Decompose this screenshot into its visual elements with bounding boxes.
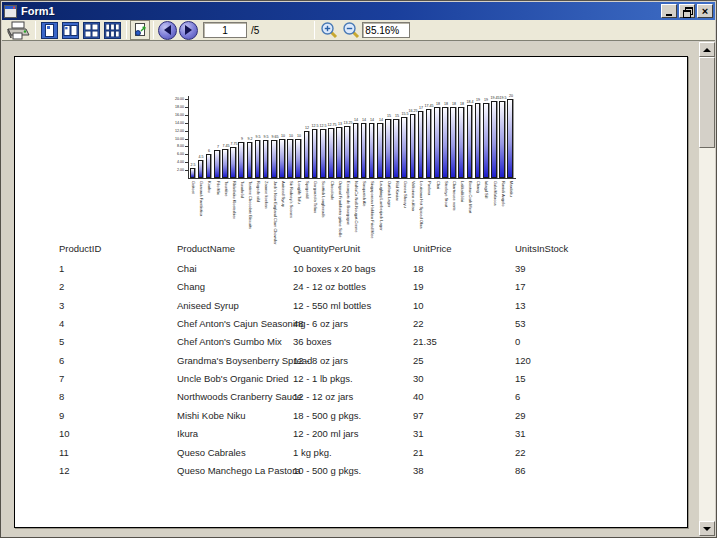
x-category-label: NuNuCa Nuß-Nougat-Creme — [354, 181, 358, 233]
restore-button[interactable] — [679, 4, 695, 18]
table-cell: 22 — [515, 447, 526, 458]
scroll-down-button[interactable] — [699, 521, 715, 536]
one-page-view-button[interactable] — [39, 20, 60, 40]
table-cell: 9 — [59, 410, 64, 421]
y-tick-label: 18.00 — [168, 104, 184, 108]
bar-value-label: 13 — [334, 122, 345, 126]
bar-value-label: 10 — [277, 133, 288, 137]
y-tick-mark — [185, 162, 188, 163]
bar-value-label: 19.5 — [497, 96, 508, 100]
chart-bar — [263, 140, 269, 178]
table-cell: 6 — [515, 391, 520, 402]
print-preview-area[interactable]: 2.004.006.008.0010.0012.0014.0016.0018.0… — [2, 42, 715, 536]
bar-value-label: 14 — [375, 118, 386, 122]
page-number-input[interactable] — [203, 22, 247, 38]
table-cell: 10 - 500 g pkgs. — [293, 465, 361, 476]
table-cell: 21.35 — [413, 336, 437, 347]
four-page-view-button[interactable] — [81, 20, 102, 40]
x-category-label: Pavlova — [427, 181, 431, 195]
next-page-button[interactable] — [179, 21, 198, 40]
table-cell: Ikura — [177, 428, 198, 439]
zoom-out-icon — [342, 21, 360, 39]
table-cell: 5 — [59, 336, 64, 347]
x-category-label: Maxilaku — [509, 181, 513, 197]
table-cell: 4 — [59, 318, 64, 329]
two-page-view-button[interactable] — [60, 20, 81, 40]
page-setup-button[interactable] — [130, 20, 150, 40]
y-tick-label: 4.00 — [168, 160, 184, 164]
previous-page-button[interactable] — [158, 21, 177, 40]
x-category-label: Gorgonzola Telino — [313, 181, 317, 213]
table-cell: 7 — [59, 373, 64, 384]
print-button[interactable] — [4, 20, 32, 40]
vertical-scrollbar[interactable] — [699, 42, 715, 536]
table-cell: 10 — [59, 428, 70, 439]
chart-bar — [304, 131, 310, 178]
bar-value-label: 14 — [351, 118, 362, 122]
scrollbar-thumb[interactable] — [699, 57, 715, 148]
app-window: Form1 × — [0, 0, 717, 538]
x-category-label: Sir Rodney's Scones — [289, 181, 293, 218]
zoom-in-button[interactable] — [318, 20, 340, 40]
table-cell: Uncle Bob's Organic Dried — [177, 373, 289, 384]
table-cell: 1 kg pkg. — [293, 447, 332, 458]
chart-bar — [450, 107, 456, 178]
bar-value-label: 17.45 — [424, 104, 435, 108]
bar-value-label: 13.25 — [343, 121, 354, 125]
chart-bar — [401, 117, 407, 178]
x-category-label: Scottish Longbreads — [321, 181, 325, 217]
close-button[interactable]: × — [697, 4, 713, 18]
chart-bar — [238, 142, 244, 178]
x-category-label: Konbu — [207, 181, 211, 193]
table-cell: 12 — [59, 465, 70, 476]
y-tick-mark — [185, 170, 188, 171]
chart-bar — [222, 149, 228, 178]
x-category-label: Rogede sild — [256, 181, 260, 202]
chart-bar — [377, 123, 383, 178]
table-cell: 39 — [515, 263, 526, 274]
x-category-label: Outback Lager — [387, 181, 391, 207]
table-cell: 21 — [413, 447, 424, 458]
x-category-label: Lakkalikööri — [460, 181, 464, 202]
title-bar[interactable]: Form1 × — [2, 2, 715, 20]
bar-value-label: 12.5 — [310, 124, 321, 128]
y-tick-label: 8.00 — [168, 144, 184, 148]
table-cell: 1 — [59, 263, 64, 274]
bar-value-label: 18 — [440, 102, 451, 106]
bar-value-label: 17 — [416, 106, 427, 110]
x-category-label: Sasquatch Ale — [362, 181, 366, 207]
bar-value-label: 2.5 — [188, 163, 199, 167]
bar-value-label: 10 — [285, 133, 296, 137]
y-tick-label: 14.00 — [168, 120, 184, 124]
table-cell: 12 - 12 oz jars — [293, 391, 353, 402]
chart-bar — [499, 101, 505, 178]
chart-bar — [287, 139, 293, 179]
scroll-up-button[interactable] — [699, 42, 715, 57]
table-cell: 10 boxes x 20 bags — [293, 263, 375, 274]
x-category-label: Filo Mix — [216, 181, 220, 195]
bar-value-label: 7.75 — [228, 142, 239, 146]
chart-bar — [442, 107, 448, 178]
x-category-label: Longlife Tofu — [297, 181, 301, 204]
zoom-input[interactable] — [362, 22, 410, 38]
chart-bar — [206, 154, 212, 178]
six-page-view-button[interactable] — [102, 20, 123, 40]
bar-value-label: 19.45 — [489, 96, 500, 100]
x-category-label: Singaporean Hokkien Fried Mee — [370, 181, 374, 238]
x-category-label: Inlagd Sill — [484, 181, 488, 198]
y-tick-label: 6.00 — [168, 152, 184, 156]
table-cell: 13 — [515, 300, 526, 311]
minimize-button[interactable] — [661, 4, 677, 18]
next-page-icon — [185, 25, 192, 35]
bar-value-label: 9.5 — [253, 135, 264, 139]
zoom-out-button[interactable] — [340, 20, 362, 40]
table-cell: 11 — [59, 447, 69, 458]
six-page-view-icon — [104, 22, 121, 39]
table-header-cell: QuantityPerUnit — [293, 243, 360, 254]
bar-value-label: 15 — [383, 114, 394, 118]
unit-price-bar-chart: 2.004.006.008.0010.0012.0014.0016.0018.0… — [15, 57, 687, 527]
x-category-label: Louisiana Hot Spiced Okra — [419, 181, 423, 229]
bar-value-label: 14 — [359, 118, 370, 122]
chart-bar — [190, 168, 196, 178]
table-cell: 17 — [515, 281, 526, 292]
